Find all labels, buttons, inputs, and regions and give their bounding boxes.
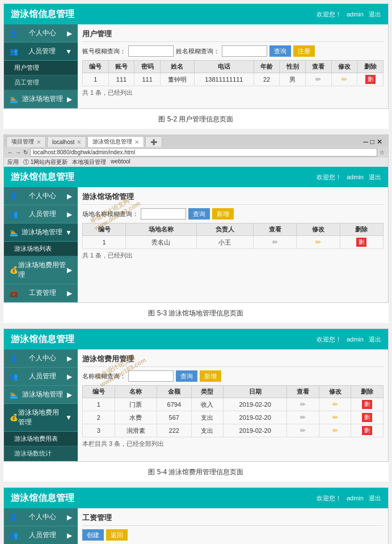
col-edit: 修改 <box>331 61 357 73</box>
user-info-1: 欢迎您！ admin 退出 <box>313 10 381 19</box>
delete-btn: 删 <box>365 75 376 84</box>
page-title-4: 工资管理 <box>82 513 383 526</box>
sidebar-staff-4[interactable]: 👥 人员管理 ▶ <box>4 526 78 544</box>
add-btn-2[interactable]: 新增 <box>212 208 234 220</box>
bookmark-bar-2: 应用 ① 1网站内容更新 本地项目管理 webtool <box>4 158 388 167</box>
create-btn-4[interactable]: 创建 <box>82 529 104 541</box>
sidebar-sub-users-1[interactable]: 用户管理 <box>4 61 78 75</box>
search-bar-1: 账号模糊查询： 姓名模糊查询： 查询 注册 <box>82 45 383 57</box>
sidebar-label-pool-1: 游泳场地管理 <box>22 94 63 104</box>
address-bar-2: ← → ↻ localhost:8080/dbghwk/admin/index.… <box>4 147 388 158</box>
sidebar-item-staff-1[interactable]: 👥 人员管理 ▼ <box>4 43 78 61</box>
tab-close-project[interactable]: ✕ <box>36 139 41 145</box>
register-btn-1[interactable]: 注册 <box>293 45 315 57</box>
view-icon-3c: ✏ <box>300 427 306 435</box>
sidebar-label-personal-1: 个人中心 <box>29 28 56 38</box>
toolbar-4: 创建 返回 <box>82 529 383 541</box>
search-btn-1[interactable]: 查询 <box>269 45 291 57</box>
tab-app[interactable]: 游泳馆信息管理 ✕ <box>87 136 144 147</box>
sidebar-4: 👤 个人中心 ▶ 👥 人员管理 ▶ 🏊 游泳场地管理 ▶ <box>4 508 78 544</box>
back-btn-4[interactable]: 返回 <box>106 529 128 541</box>
table-row: 1 门票 6794 收入 2019-02-20 ✏ ✏ 删 <box>83 398 383 411</box>
search-btn-2[interactable]: 查询 <box>188 208 210 220</box>
view-icon-3b: ✏ <box>300 414 306 421</box>
main-3: 游泳馆费用管理 名称模糊查询： 查询 新增 编号 名称 金额 <box>78 349 388 461</box>
sidebar-personal-3[interactable]: 👤 个人中心 ▶ <box>4 349 78 368</box>
user-info-3: 欢迎您！ admin 退出 <box>313 335 381 344</box>
summary-3: 本栏目共 3 条，已经全部列出 <box>82 440 383 448</box>
staff-icon-1: 👥 <box>10 48 18 56</box>
search-bar-2: 场地名称模糊查询： 查询 新增 <box>82 208 383 220</box>
pool-icon-1: 🏊 <box>10 95 18 103</box>
summary-1: 共 1 条，已经列出 <box>82 88 383 97</box>
section-fig4: 游泳馆信息管理 欢迎您！ admin 退出 👤 个人中心 ▶ 👥 人 <box>3 487 389 544</box>
table-row: 1 秃名山 小王 ✏ ✏ 删 <box>83 236 383 249</box>
user-info-4: 欢迎您！ admin 退出 <box>313 494 381 503</box>
sidebar-fee-2[interactable]: 💰 游泳场地费用管理 ▶ <box>4 256 78 284</box>
app-body-1: 👤 个人中心 ▶ 👥 人员管理 ▼ 用户管理 员工管理 <box>4 24 388 108</box>
sidebar-2: 👤 个人中心 ▶ 👥 人员管理 ▶ 🏊 游泳场地管理 ▼ <box>4 187 78 302</box>
caption-3: 图 5-4 游泳馆费用管理信息页面 <box>3 464 389 482</box>
search-btn-3[interactable]: 查询 <box>176 370 197 382</box>
sidebar-fee-stats[interactable]: 游泳场数统计 <box>4 446 78 461</box>
sidebar-fee-3[interactable]: 💰 游泳场地费用管理 ▼ <box>4 404 78 432</box>
section-fig1: 游泳馆信息管理 欢迎您！ admin 退出 👤 个人中心 ▶ <box>3 3 389 129</box>
tab-close-app[interactable]: ✕ <box>134 139 139 145</box>
sidebar-personal-4[interactable]: 👤 个人中心 ▶ <box>4 508 78 526</box>
fee-table: 编号 名称 金额 类型 日期 查看 修改 删除 <box>82 385 383 437</box>
tab-project[interactable]: 项目管理 ✕ <box>6 136 46 147</box>
caption-1: 图 5-2 用户管理信息页面 <box>3 111 389 129</box>
sidebar-venue-3[interactable]: 🏊 游泳场地管理 ▶ <box>4 386 78 404</box>
col-gender: 性别 <box>280 61 306 73</box>
delete-btn-3b: 删 <box>362 413 372 422</box>
app-header-3: 游泳馆信息管理 欢迎您！ admin 退出 <box>4 329 388 349</box>
tab-new[interactable]: ➕ <box>145 136 162 147</box>
table-row: 3 润滑素 222 支出 2019-02-20 ✏ ✏ 删 <box>83 424 383 437</box>
app-title-2: 游泳馆信息管理 <box>11 171 74 183</box>
caption-2: 图 5-3 游泳馆场地管理信息页面 <box>3 305 389 323</box>
sidebar-1: 👤 个人中心 ▶ 👥 人员管理 ▼ 用户管理 员工管理 <box>4 24 78 108</box>
sidebar-staff-2[interactable]: 👥 人员管理 ▶ <box>4 205 78 223</box>
venue-table: 编号 场地名称 负责人 查看 修改 删除 1 秃名山 <box>82 223 383 249</box>
user-table-1: 编号 账号 密码 姓名 电话 年龄 性别 查看 修改 删除 <box>82 60 383 86</box>
section-fig2: 项目管理 ✕ localhost ✕ 游泳馆信息管理 ✕ ➕ ─ □ ✕ <box>3 134 389 323</box>
edit-icon-2: ✏ <box>315 238 321 246</box>
col-account: 账号 <box>108 61 134 73</box>
sidebar-sub-venue-list[interactable]: 游泳场地列表 <box>4 242 78 256</box>
add-btn-3[interactable]: 新增 <box>200 370 221 382</box>
search-label-account: 账号模糊查询： <box>82 47 126 56</box>
page-wrapper: 游泳馆信息管理 欢迎您！ admin 退出 👤 个人中心 ▶ <box>0 0 392 544</box>
tab-localhost[interactable]: localhost ✕ <box>47 136 86 147</box>
sidebar-staff-3[interactable]: 👥 人员管理 ▶ <box>4 368 78 386</box>
app-fig1: 游泳馆信息管理 欢迎您！ admin 退出 👤 个人中心 ▶ <box>3 3 389 109</box>
search-input-fee[interactable] <box>128 370 174 382</box>
app-header-2: 游泳馆信息管理 欢迎您！ admin 退出 <box>4 167 388 187</box>
col-delete: 删除 <box>357 61 383 73</box>
app-body-4: 👤 个人中心 ▶ 👥 人员管理 ▶ 🏊 游泳场地管理 ▶ <box>4 508 388 544</box>
page-title-3: 游泳馆费用管理 <box>82 354 383 367</box>
app-body-3: 👤 个人中心 ▶ 👥 人员管理 ▶ 🏊 游泳场地管理 ▶ <box>4 349 388 461</box>
search-bar-3: 名称模糊查询： 查询 新增 <box>82 370 383 382</box>
sidebar-personal-2[interactable]: 👤 个人中心 ▶ <box>4 187 78 205</box>
sidebar-sub-staff-1[interactable]: 员工管理 <box>4 75 78 90</box>
edit-icon-3c: ✏ <box>332 427 338 435</box>
search-input-venue[interactable] <box>141 208 186 220</box>
sidebar-fee-list[interactable]: 游泳场地费用表 <box>4 432 78 446</box>
sidebar-sub-1: 用户管理 员工管理 <box>4 61 78 90</box>
tab-bar-2: 项目管理 ✕ localhost ✕ 游泳馆信息管理 ✕ ➕ ─ □ ✕ <box>4 135 388 147</box>
search-input-account[interactable] <box>128 45 174 57</box>
sidebar-salary-2[interactable]: 💼 工资管理 ▶ <box>4 284 78 302</box>
chevron-right-1: ▶ <box>67 29 72 37</box>
app-fig2: 项目管理 ✕ localhost ✕ 游泳馆信息管理 ✕ ➕ ─ □ ✕ <box>3 134 389 303</box>
sidebar-item-personal-1[interactable]: 👤 个人中心 ▶ <box>4 24 78 43</box>
edit-icon-3a: ✏ <box>332 400 338 408</box>
col-num: 编号 <box>83 61 109 73</box>
search-input-name[interactable] <box>222 45 267 57</box>
tab-close-localhost[interactable]: ✕ <box>77 139 81 145</box>
main-1: 用户管理 账号模糊查询： 姓名模糊查询： 查询 注册 编号 账号 <box>78 24 388 108</box>
sidebar-item-pool-1[interactable]: 🏊 游泳场地管理 ▶ <box>4 90 78 108</box>
app-title-1: 游泳馆信息管理 <box>11 9 74 20</box>
sidebar-venue-2[interactable]: 🏊 游泳场地管理 ▼ <box>4 223 78 242</box>
app-title-4: 游泳馆信息管理 <box>11 492 74 504</box>
delete-btn-3c: 删 <box>362 426 372 435</box>
